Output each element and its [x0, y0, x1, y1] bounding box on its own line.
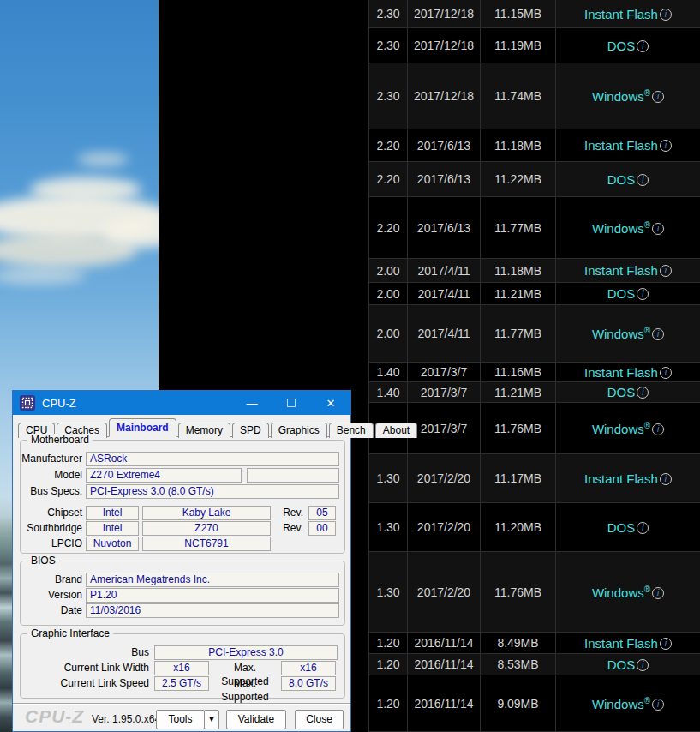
minimize-button[interactable]: — — [232, 391, 272, 415]
bios-size-cell: 11.16MB — [481, 363, 556, 381]
info-icon[interactable]: i — [652, 328, 664, 340]
info-icon[interactable]: i — [637, 174, 649, 186]
download-link[interactable]: DOSi — [607, 520, 649, 535]
bios-date-cell: 2017/2/20 — [408, 503, 481, 551]
info-icon[interactable]: i — [660, 367, 672, 379]
download-link[interactable]: DOSi — [607, 286, 649, 301]
bios-date-cell: 2016/11/14 — [408, 654, 481, 675]
download-link[interactable]: Windows®i — [592, 696, 664, 711]
bios-date-cell: 2017/6/13 — [408, 197, 481, 258]
download-link[interactable]: Instant Flashi — [584, 7, 672, 21]
bios-date-cell: 2017/6/13 — [408, 162, 481, 196]
table-row: 1.202016/11/148.49MBInstant Flashi — [369, 633, 700, 654]
chipset-label: Chipset — [21, 506, 82, 519]
bios-size-cell: 11.19MB — [481, 28, 556, 63]
tab-memory[interactable]: Memory — [178, 423, 230, 438]
gfx-link-speed-value: 2.5 GT/s — [154, 676, 209, 691]
bios-brand-value: American Megatrends Inc. — [86, 573, 339, 587]
bios-date-cell: 2017/12/18 — [408, 63, 481, 129]
download-link[interactable]: Windows®i — [592, 326, 664, 341]
info-icon[interactable]: i — [637, 659, 649, 671]
bus-specs-label: Bus Specs. — [21, 484, 82, 498]
info-icon[interactable]: i — [660, 140, 672, 152]
bios-date-cell: 2016/11/14 — [408, 675, 481, 731]
info-icon[interactable]: i — [637, 288, 649, 300]
info-icon[interactable]: i — [660, 265, 672, 277]
validate-button[interactable]: Validate — [226, 710, 286, 729]
gfx-link-speed-label: Current Link Speed — [21, 676, 149, 690]
info-icon[interactable]: i — [652, 423, 664, 435]
model-value: Z270 Extreme4 — [86, 468, 242, 483]
tab-spd[interactable]: SPD — [232, 423, 269, 438]
gfx-link-width-value: x16 — [154, 661, 209, 675]
table-row: 2.002017/4/1111.21MBDOSi — [369, 283, 700, 305]
download-link[interactable]: Instant Flashi — [584, 636, 672, 651]
tab-graphics[interactable]: Graphics — [271, 423, 327, 438]
bios-version-cell: 1.40 — [369, 382, 408, 402]
bios-date-value: 11/03/2016 — [86, 603, 339, 618]
bios-version-value: P1.20 — [86, 588, 339, 603]
download-link[interactable]: Instant Flashi — [584, 365, 672, 380]
group-label: BIOS — [27, 555, 59, 567]
download-link[interactable]: DOSi — [607, 385, 649, 399]
info-icon[interactable]: i — [637, 40, 649, 52]
download-link[interactable]: DOSi — [607, 39, 649, 53]
info-icon[interactable]: i — [660, 473, 672, 485]
info-icon[interactable]: i — [637, 522, 649, 534]
download-link[interactable]: Windows®i — [592, 421, 664, 436]
tab-bench[interactable]: Bench — [329, 423, 374, 438]
footer-separator — [13, 703, 350, 705]
bios-size-cell: 11.77MB — [481, 305, 556, 362]
bios-download-cell: DOSi — [556, 28, 700, 63]
tab-mainboard[interactable]: Mainboard — [109, 418, 176, 437]
info-icon[interactable]: i — [652, 699, 664, 711]
info-icon[interactable]: i — [660, 638, 672, 650]
bios-size-cell: 11.17MB — [481, 454, 556, 502]
table-row: 1.302017/2/2011.20MBDOSi — [369, 503, 700, 552]
download-link[interactable]: Instant Flashi — [584, 138, 672, 153]
download-link[interactable]: DOSi — [607, 657, 649, 672]
info-icon[interactable]: i — [652, 223, 664, 235]
lpcio-name-value: NCT6791 — [142, 537, 271, 551]
info-icon[interactable]: i — [652, 91, 664, 103]
lpcio-label: LPCIO — [21, 537, 82, 550]
info-icon[interactable]: i — [660, 9, 672, 21]
close-window-button[interactable]: Close — [295, 710, 344, 729]
bios-download-cell: DOSi — [556, 382, 700, 402]
cpuz-titlebar[interactable]: CPU-Z — ✕ — [13, 391, 350, 415]
southbridge-rev-label: Rev. — [278, 521, 303, 535]
southbridge-name-value: Z270 — [142, 521, 271, 536]
manufacturer-label: Manufacturer — [21, 452, 82, 465]
close-button[interactable]: ✕ — [311, 391, 350, 415]
info-icon[interactable]: i — [652, 587, 664, 599]
bios-download-cell: Windows®i — [556, 305, 700, 362]
bios-version-cell: 2.30 — [369, 63, 408, 129]
tools-button[interactable]: Tools — [156, 710, 205, 729]
download-link[interactable]: Windows®i — [592, 220, 664, 236]
southbridge-vendor-value: Intel — [86, 521, 139, 536]
motherboard-group: Motherboard Manufacturer ASRock Model Z2… — [20, 440, 345, 554]
bios-size-cell: 11.74MB — [481, 63, 556, 129]
download-link[interactable]: Windows®i — [592, 585, 664, 600]
tools-dropdown-arrow[interactable]: ▼ — [204, 710, 219, 729]
bios-size-cell: 11.21MB — [481, 382, 556, 402]
bios-download-cell: DOSi — [556, 654, 700, 675]
bios-date-cell: 2017/4/11 — [408, 283, 481, 304]
bios-download-cell: Windows®i — [556, 63, 700, 129]
tab-about[interactable]: About — [375, 423, 417, 438]
model-label: Model — [21, 468, 82, 482]
bios-date-label: Date — [21, 603, 82, 617]
download-link[interactable]: Instant Flashi — [584, 471, 672, 486]
bios-size-cell: 11.76MB — [481, 403, 556, 453]
download-link[interactable]: DOSi — [607, 172, 649, 187]
bios-group: BIOS Brand American Megatrends Inc. Vers… — [20, 561, 345, 626]
group-label: Motherboard — [27, 434, 93, 446]
download-link[interactable]: Instant Flashi — [584, 263, 672, 278]
group-label: Graphic Interface — [27, 627, 113, 639]
bios-date-cell: 2017/12/18 — [408, 0, 481, 27]
download-link[interactable]: Windows®i — [592, 88, 664, 104]
chipset-vendor-value: Intel — [86, 506, 139, 520]
maximize-button[interactable] — [272, 391, 311, 415]
bios-version-cell: 1.30 — [369, 552, 408, 632]
info-icon[interactable]: i — [637, 387, 649, 399]
